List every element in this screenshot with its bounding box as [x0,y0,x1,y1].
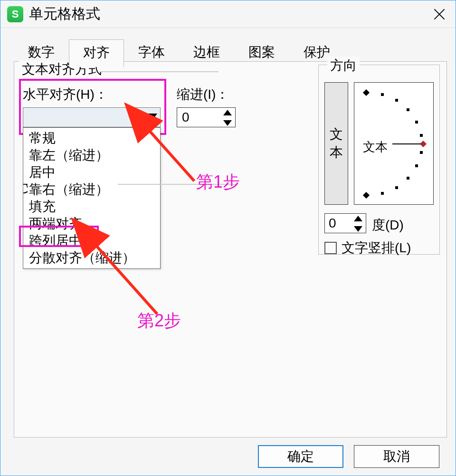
svg-rect-11 [381,192,384,195]
group-line [100,71,218,72]
spinner-icon[interactable] [221,109,234,127]
indent-value: 0 [182,110,190,125]
option-general[interactable]: 常规 [23,130,160,147]
svg-rect-0 [363,89,370,96]
orientation-label: 方向 [327,57,360,75]
orientation-group: 方向 文 本 [318,65,440,255]
svg-rect-4 [415,121,418,124]
svg-rect-9 [407,177,409,180]
option-distributed[interactable]: 分散对齐（缩进） [23,249,160,267]
indent-spinner[interactable]: 0 [177,107,236,127]
indent-label: 缩进(I)： [177,86,229,104]
vbox-char2: 本 [330,143,343,162]
orientation-vertical-box[interactable]: 文 本 [324,82,348,205]
degree-label: 度(D) [372,216,404,234]
text-control-label: 文 [23,179,28,197]
cancel-button[interactable]: 取消 [354,445,439,468]
annotation-box-step1 [19,79,166,135]
vbox-char1: 文 [330,125,343,143]
window-title: 单元格格式 [29,4,100,24]
svg-rect-6 [420,141,427,147]
option-fill[interactable]: 填充 [23,198,160,215]
ok-button[interactable]: 确定 [258,445,343,468]
annotation-box-step2 [19,226,99,247]
text-control-line [118,184,237,185]
vertical-text-label: 文字竖排(L) [342,239,411,257]
tab-alignment[interactable]: 对齐 [69,39,124,67]
vertical-text-checkbox[interactable]: 文字竖排(L) [324,239,411,257]
checkbox-icon [324,242,337,254]
option-center[interactable]: 居中 [23,164,160,181]
svg-rect-8 [415,164,418,167]
dial-text: 文本 [363,139,388,155]
degree-spinner[interactable]: 0 [324,213,366,233]
svg-rect-5 [420,134,423,137]
degree-value: 0 [329,216,336,231]
svg-rect-12 [363,192,370,199]
svg-rect-1 [381,93,384,96]
titlebar: 单元格格式 [0,0,456,28]
halign-options-list: 常规 靠左（缩进） 居中 靠右（缩进） 填充 两端对齐 跨列居中 分散对齐（缩进… [23,127,161,269]
svg-rect-7 [420,151,423,154]
svg-rect-10 [395,186,398,189]
orientation-dial[interactable]: 文本 [354,82,434,205]
option-left-indent[interactable]: 靠左（缩进） [23,147,160,164]
panel-alignment: 文本对齐方式 水平对齐(H)： 缩进(I)： 0 常规 靠左（缩进） 居中 靠右… [14,61,447,438]
svg-rect-2 [395,99,398,102]
svg-rect-3 [407,108,409,111]
spinner-icon[interactable] [352,215,365,233]
app-icon [7,6,23,22]
close-icon[interactable] [430,5,449,24]
